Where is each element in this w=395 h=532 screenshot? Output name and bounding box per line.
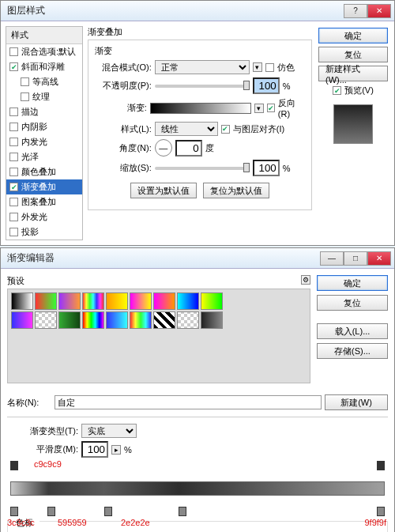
style-checkbox[interactable] <box>9 47 18 56</box>
style-checkbox[interactable] <box>9 228 18 236</box>
style-checkbox[interactable] <box>9 198 18 206</box>
name-input[interactable] <box>55 395 322 409</box>
style-checkbox[interactable]: ✔ <box>9 183 18 191</box>
preset-thumb-1[interactable] <box>35 292 57 310</box>
preset-thumb-15[interactable] <box>153 311 175 329</box>
gradtype-label: 渐变类型(T): <box>7 425 78 437</box>
styles-list: 样式 混合选项:默认✔斜面和浮雕等高线纹理描边内阴影内发光光泽颜色叠加✔渐变叠加… <box>6 26 83 240</box>
smooth-dropdown-icon[interactable]: ▸ <box>111 445 121 455</box>
style-row-7[interactable]: 光泽 <box>6 149 82 164</box>
gradient-picker[interactable] <box>150 103 252 114</box>
blend-mode-select[interactable]: 正常 <box>155 60 250 74</box>
color-stop-2[interactable] <box>47 507 55 516</box>
reset-default-button[interactable]: 复位为默认值 <box>203 183 269 198</box>
style-row-0[interactable]: 混合选项:默认 <box>6 44 82 59</box>
blend-mode-label: 混合模式(O): <box>95 62 152 74</box>
style-checkbox[interactable] <box>9 138 18 146</box>
color-stop-3[interactable] <box>104 507 112 516</box>
smooth-input[interactable] <box>81 441 108 458</box>
preset-thumb-11[interactable] <box>58 311 81 329</box>
preset-thumb-3[interactable] <box>82 292 104 310</box>
new-style-button[interactable]: 新建样式(W)... <box>318 66 388 81</box>
preset-thumb-5[interactable] <box>130 292 152 310</box>
preset-thumb-12[interactable] <box>82 311 104 329</box>
angle-input[interactable] <box>175 140 202 157</box>
color-stop-5[interactable] <box>377 507 385 516</box>
style-label: 等高线 <box>32 76 58 88</box>
reverse-checkbox[interactable]: ✔ <box>267 104 275 112</box>
gradient-bar[interactable] <box>10 481 385 496</box>
color-stop-1[interactable] <box>10 507 18 516</box>
style-row-11[interactable]: 外发光 <box>6 209 82 224</box>
maximize-button[interactable]: □ <box>344 251 367 266</box>
preset-thumb-6[interactable] <box>153 292 175 310</box>
style-checkbox[interactable]: ✔ <box>9 62 18 71</box>
style-checkbox[interactable] <box>9 153 18 161</box>
gradtype-select[interactable]: 实底 <box>81 424 137 438</box>
preset-thumb-7[interactable] <box>177 292 199 310</box>
opacity-stop-1[interactable] <box>10 461 18 470</box>
preview-checkbox[interactable]: ✔ <box>333 86 341 95</box>
gradient-group: 渐变 混合模式(O): 正常 ▾ 仿色 不透明度(P): % 渐变: <box>88 40 312 210</box>
style-checkbox[interactable] <box>9 213 18 221</box>
opacity-stop-2[interactable] <box>377 461 385 470</box>
preset-thumb-10[interactable] <box>35 311 57 329</box>
preset-thumb-2[interactable] <box>58 292 81 310</box>
dither-checkbox[interactable] <box>265 63 274 72</box>
style-row-8[interactable]: 颜色叠加 <box>6 164 82 179</box>
color-stop-4[interactable] <box>179 507 186 516</box>
angle-dial[interactable]: — <box>155 139 172 157</box>
scale-slider[interactable] <box>155 167 250 170</box>
opacity-slider[interactable] <box>155 85 250 88</box>
preset-thumb-17[interactable] <box>201 311 223 329</box>
style-row-4[interactable]: 描边 <box>6 104 82 119</box>
load-button[interactable]: 载入(L)... <box>317 323 388 339</box>
gear-icon[interactable]: ⚙ <box>301 275 310 285</box>
scale-input[interactable] <box>253 160 280 176</box>
style-row-5[interactable]: 内阴影 <box>6 119 82 134</box>
style-checkbox[interactable] <box>9 168 18 176</box>
cancel-button[interactable]: 复位 <box>318 47 388 62</box>
style-row-6[interactable]: 内发光 <box>6 134 82 149</box>
style-row-12[interactable]: 投影 <box>6 224 82 240</box>
close-button[interactable]: ✕ <box>367 4 391 18</box>
preset-thumb-13[interactable] <box>106 311 128 329</box>
style-checkbox[interactable] <box>21 77 29 86</box>
gradient-dropdown-icon[interactable]: ▾ <box>254 104 263 113</box>
cancel-button-2[interactable]: 复位 <box>317 295 388 311</box>
ok-button-2[interactable]: 确定 <box>317 275 388 291</box>
minimize-button[interactable]: — <box>320 251 344 266</box>
new-button[interactable]: 新建(W) <box>325 394 388 410</box>
help-button[interactable]: ? <box>344 4 367 18</box>
preset-thumb-8[interactable] <box>201 292 223 310</box>
preset-thumb-16[interactable] <box>177 311 199 329</box>
style-row-9[interactable]: ✔渐变叠加 <box>6 179 82 194</box>
save-button[interactable]: 存储(S)... <box>317 343 388 359</box>
style-row-3[interactable]: 纹理 <box>6 89 82 104</box>
close-button-2[interactable]: ✕ <box>367 251 391 266</box>
style-label: 描边 <box>21 106 39 118</box>
preset-thumb-0[interactable] <box>11 292 33 310</box>
dither-label: 仿色 <box>277 62 295 74</box>
style-row-1[interactable]: ✔斜面和浮雕 <box>6 59 82 74</box>
style-select[interactable]: 线性 <box>155 122 218 136</box>
preset-thumb-14[interactable] <box>130 311 152 329</box>
presets-area[interactable] <box>7 289 310 383</box>
ok-button[interactable]: 确定 <box>318 28 388 43</box>
style-row-10[interactable]: 图案叠加 <box>6 194 82 209</box>
ann-b1: 3c3c3c <box>7 518 35 527</box>
align-checkbox[interactable]: ✔ <box>221 125 230 134</box>
set-default-button[interactable]: 设置为默认值 <box>130 183 197 198</box>
preset-thumb-9[interactable] <box>11 311 33 329</box>
style-row-2[interactable]: 等高线 <box>6 74 82 89</box>
win2-title: 渐变编辑器 <box>7 251 55 265</box>
style-label: 图案叠加 <box>21 196 56 208</box>
opacity-input[interactable] <box>253 77 280 94</box>
dropdown-icon[interactable]: ▾ <box>253 62 262 72</box>
style-checkbox[interactable] <box>21 92 29 101</box>
preset-thumb-4[interactable] <box>106 292 128 310</box>
style-checkbox[interactable] <box>9 108 18 116</box>
style-checkbox[interactable] <box>9 123 18 131</box>
section-title: 渐变叠加 <box>88 26 312 38</box>
style-label: 内发光 <box>21 136 47 148</box>
